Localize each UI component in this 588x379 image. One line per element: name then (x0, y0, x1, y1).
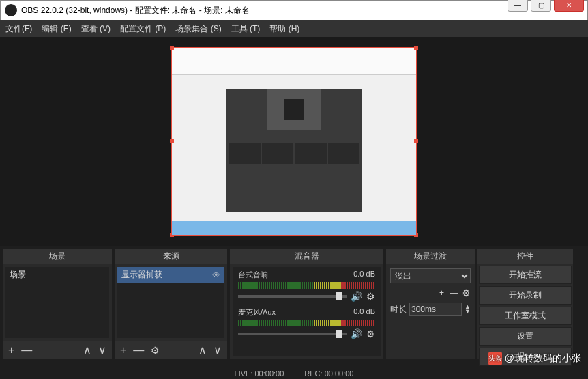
remove-scene-button[interactable]: — (20, 344, 33, 356)
scene-item[interactable]: 场景 (5, 267, 109, 283)
add-scene-button[interactable]: + (7, 344, 16, 356)
mixer-channel: 台式音响 0.0 dB 🔊 ⚙ (233, 267, 381, 305)
close-button[interactable]: ✕ (554, 0, 584, 12)
sources-dock: 来源 显示器捕获 👁 + — ⚙ ∧ ∨ (115, 249, 227, 359)
transitions-dock: 场景过渡 淡出 + — ⚙ 时长 ▲▼ (386, 249, 475, 359)
menu-help[interactable]: 帮助 (H) (269, 23, 299, 35)
minimize-button[interactable]: — (508, 0, 528, 12)
duration-label: 时长 (390, 304, 407, 315)
volume-slider[interactable] (238, 295, 347, 298)
move-up-button[interactable]: ∧ (82, 343, 93, 356)
channel-db: 0.0 dB (353, 270, 375, 280)
scenes-toolbar: + — ∧ ∨ (3, 341, 112, 359)
preview-content (226, 89, 362, 212)
transition-select[interactable]: 淡出 (390, 268, 471, 283)
duration-input[interactable] (409, 303, 462, 316)
vu-meter (238, 282, 375, 289)
channel-settings-button[interactable]: ⚙ (366, 291, 375, 302)
move-down-button[interactable]: ∨ (212, 343, 223, 356)
channel-settings-button[interactable]: ⚙ (366, 328, 375, 339)
vu-meter (238, 320, 375, 326)
scenes-dock: 场景 场景 + — ∧ ∨ (3, 249, 112, 359)
resize-handle-icon[interactable] (414, 46, 418, 50)
live-time: LIVE: 00:00:00 (235, 369, 284, 378)
mixer-channel: 麦克风/Aux 0.0 dB 🔊 ⚙ (233, 305, 381, 342)
window-title: OBS 22.0.2 (32-bit, windows) - 配置文件: 未命名… (21, 5, 583, 16)
preview-content (172, 221, 416, 235)
resize-handle-icon[interactable] (170, 139, 174, 143)
remove-transition-button[interactable]: — (448, 288, 459, 298)
remove-source-button[interactable]: — (132, 344, 145, 356)
controls-header: 控件 (477, 249, 573, 264)
preview-content (172, 48, 416, 75)
resize-handle-icon[interactable] (170, 46, 174, 50)
add-transition-button[interactable]: + (438, 288, 445, 298)
transition-properties-button[interactable]: ⚙ (462, 287, 471, 298)
sources-toolbar: + — ⚙ ∧ ∨ (115, 341, 227, 359)
speaker-icon[interactable]: 🔊 (351, 328, 362, 339)
studio-mode-button[interactable]: 工作室模式 (479, 307, 572, 325)
mixer-body: 台式音响 0.0 dB 🔊 ⚙ 麦克风/Aux 0.0 dB (233, 267, 381, 356)
source-item[interactable]: 显示器捕获 👁 (117, 267, 224, 283)
settings-button[interactable]: 设置 (479, 327, 572, 346)
spinner-icon[interactable]: ▲▼ (465, 305, 471, 314)
watermark-text: @玩转数码的小张 (505, 352, 581, 365)
menu-view[interactable]: 查看 (V) (81, 23, 111, 35)
scenes-list[interactable]: 场景 (5, 267, 109, 338)
rec-time: REC: 00:00:00 (304, 369, 353, 378)
menu-edit[interactable]: 编辑 (E) (42, 23, 71, 35)
resize-handle-icon[interactable] (414, 139, 418, 143)
scenes-header: 场景 (3, 249, 112, 264)
channel-name: 台式音响 (238, 270, 268, 280)
maximize-button[interactable]: ▢ (531, 0, 551, 12)
channel-db: 0.0 dB (353, 307, 375, 318)
preview-area[interactable] (0, 37, 588, 246)
watermark-logo-icon: 头条 (488, 352, 502, 365)
move-down-button[interactable]: ∨ (97, 343, 108, 356)
status-bar: LIVE: 00:00:00 REC: 00:00:00 (0, 369, 588, 378)
source-properties-button[interactable]: ⚙ (149, 345, 161, 356)
menu-bar: 文件(F) 编辑 (E) 查看 (V) 配置文件 (P) 场景集合 (S) 工具… (0, 20, 588, 37)
mixer-dock: 混音器 台式音响 0.0 dB 🔊 ⚙ 麦克风/Aux 0.0 dB (230, 249, 383, 359)
controls-dock: 控件 开始推流 开始录制 工作室模式 设置 退出 (477, 249, 573, 359)
menu-scene-collection[interactable]: 场景集合 (S) (175, 23, 221, 35)
sources-list[interactable]: 显示器捕获 👁 (117, 267, 224, 338)
start-streaming-button[interactable]: 开始推流 (479, 266, 572, 284)
speaker-icon[interactable]: 🔊 (351, 291, 362, 302)
sources-header: 来源 (115, 249, 227, 264)
move-up-button[interactable]: ∧ (197, 343, 208, 356)
volume-slider[interactable] (238, 333, 347, 335)
add-source-button[interactable]: + (119, 344, 128, 356)
transitions-header: 场景过渡 (386, 249, 475, 264)
obs-logo-icon (5, 4, 17, 16)
source-item-label: 显示器捕获 (121, 269, 162, 281)
menu-tools[interactable]: 工具 (T) (231, 23, 261, 35)
visibility-icon[interactable]: 👁 (212, 270, 220, 280)
mixer-header: 混音器 (230, 249, 383, 264)
channel-name: 麦克风/Aux (238, 307, 276, 318)
watermark: 头条 @玩转数码的小张 (488, 352, 581, 365)
window-titlebar: OBS 22.0.2 (32-bit, windows) - 配置文件: 未命名… (0, 0, 588, 20)
transitions-body: 淡出 + — ⚙ 时长 ▲▼ (386, 264, 475, 324)
menu-profile[interactable]: 配置文件 (P) (120, 23, 166, 35)
menu-file[interactable]: 文件(F) (5, 23, 32, 35)
preview-source-bounds[interactable] (171, 47, 417, 236)
start-recording-button[interactable]: 开始录制 (479, 286, 572, 305)
